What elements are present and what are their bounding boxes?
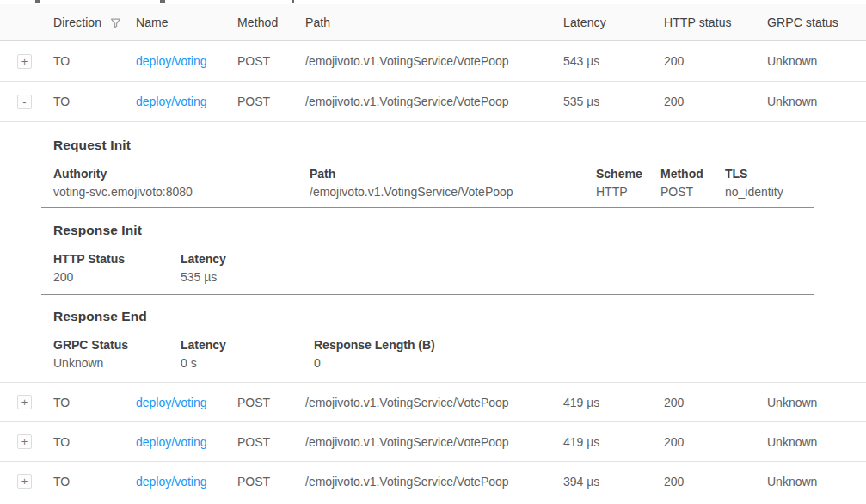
field-label: Response Length (B) <box>314 336 435 354</box>
path-cell: /emojivoto.v1.VotingService/VotePoop <box>305 95 563 108</box>
table-row: + TO deploy/voting POST /emojivoto.v1.Vo… <box>0 41 866 82</box>
detail-field-method: Method POST <box>660 165 725 201</box>
detail-field-latency: Latency 535 µs <box>181 250 314 286</box>
detail-field-grpc-status: GRPC Status Unknown <box>53 336 181 372</box>
latency-cell: 419 µs <box>563 435 664 449</box>
field-label: Latency <box>181 250 314 268</box>
http-status-cell: 200 <box>664 475 767 489</box>
resource-link[interactable]: deploy/voting <box>136 435 207 449</box>
table-row: + TO deploy/voting POST /emojivoto.v1.Vo… <box>0 462 866 501</box>
latency-cell: 543 µs <box>563 54 664 68</box>
method-cell: POST <box>237 95 305 108</box>
detail-field-response-length: Response Length (B) 0 <box>314 336 435 372</box>
field-label: Method <box>660 165 725 183</box>
latency-cell: 535 µs <box>563 95 664 108</box>
field-label: HTTP Status <box>53 250 181 268</box>
method-cell: POST <box>237 54 305 68</box>
detail-field-path: Path /emojivoto.v1.VotingService/VotePoo… <box>310 165 596 201</box>
detail-field-latency: Latency 0 s <box>181 336 314 372</box>
name-cell: deploy/voting <box>136 435 237 449</box>
expand-cell: + <box>0 434 53 449</box>
row-detail-panel: Request Init Authority voting-svc.emojiv… <box>0 122 866 383</box>
column-header-latency: Latency <box>563 15 664 29</box>
field-value: 0 s <box>181 354 314 372</box>
column-header-http-status: HTTP status <box>664 15 767 29</box>
field-value: HTTP <box>596 183 660 201</box>
collapse-row-button[interactable]: - <box>17 95 32 109</box>
expand-row-button[interactable]: + <box>17 474 32 489</box>
response-init-fields: HTTP Status 200 Latency 535 µs <box>41 250 814 286</box>
method-cell: POST <box>237 475 305 489</box>
clipped-text-artifact <box>35 0 40 3</box>
detail-divider <box>41 207 814 208</box>
http-status-cell: 200 <box>664 54 767 68</box>
resource-link[interactable]: deploy/voting <box>136 54 207 68</box>
http-status-cell: 200 <box>664 95 767 108</box>
field-label: TLS <box>725 165 783 183</box>
field-label: GRPC Status <box>53 336 181 354</box>
name-cell: deploy/voting <box>136 396 237 409</box>
direction-cell: TO <box>53 396 136 409</box>
field-label: Scheme <box>596 165 660 183</box>
column-header-direction: Direction <box>53 15 136 29</box>
latency-cell: 419 µs <box>563 396 664 409</box>
http-status-cell: 200 <box>664 396 767 409</box>
path-cell: /emojivoto.v1.VotingService/VotePoop <box>305 396 563 409</box>
grpc-status-cell: Unknown <box>767 95 866 108</box>
method-cell: POST <box>237 435 305 449</box>
column-header-name: Name <box>136 15 237 29</box>
expand-cell: + <box>0 474 53 489</box>
tap-table: Direction Name Method Path Latency HTTP … <box>0 4 866 501</box>
column-header-method: Method <box>237 15 305 29</box>
response-init-heading: Response Init <box>41 223 814 238</box>
name-cell: deploy/voting <box>136 95 237 108</box>
column-header-grpc-status: GRPC status <box>767 15 866 29</box>
field-value: 200 <box>53 268 181 286</box>
path-cell: /emojivoto.v1.VotingService/VotePoop <box>305 54 563 68</box>
path-cell: /emojivoto.v1.VotingService/VotePoop <box>305 435 563 449</box>
detail-divider <box>41 294 814 295</box>
request-init-heading: Request Init <box>41 138 814 153</box>
expand-row-button[interactable]: + <box>17 54 32 69</box>
request-init-fields: Authority voting-svc.emojivoto:8080 Path… <box>41 165 814 201</box>
response-end-fields: GRPC Status Unknown Latency 0 s Response… <box>41 336 814 372</box>
field-value: Unknown <box>53 354 181 372</box>
field-value: POST <box>660 183 725 201</box>
expand-row-button[interactable]: + <box>17 434 32 449</box>
table-row-expanded: - TO deploy/voting POST /emojivoto.v1.Vo… <box>0 82 866 122</box>
field-label: Latency <box>181 336 314 354</box>
response-end-heading: Response End <box>41 309 814 324</box>
table-header-row: Direction Name Method Path Latency HTTP … <box>0 4 866 41</box>
method-cell: POST <box>237 396 305 409</box>
field-value: voting-svc.emojivoto:8080 <box>53 183 310 201</box>
resource-link[interactable]: deploy/voting <box>136 475 207 489</box>
table-row: + TO deploy/voting POST /emojivoto.v1.Vo… <box>0 422 866 462</box>
resource-link[interactable]: deploy/voting <box>136 95 207 108</box>
clipped-text-artifact <box>292 0 294 3</box>
expand-cell: + <box>0 395 53 409</box>
clipped-text-artifact <box>160 0 165 3</box>
field-value: 0 <box>314 354 435 372</box>
expand-row-button[interactable]: + <box>17 395 32 409</box>
expand-cell: - <box>0 95 53 109</box>
grpc-status-cell: Unknown <box>767 435 866 449</box>
name-cell: deploy/voting <box>136 475 237 489</box>
grpc-status-cell: Unknown <box>767 54 866 68</box>
field-value: /emojivoto.v1.VotingService/VotePoop <box>310 183 596 201</box>
detail-field-tls: TLS no_identity <box>725 165 783 201</box>
direction-cell: TO <box>53 95 136 108</box>
direction-cell: TO <box>53 54 136 68</box>
resource-link[interactable]: deploy/voting <box>136 396 207 409</box>
filter-icon[interactable] <box>109 16 122 29</box>
detail-field-http-status: HTTP Status 200 <box>53 250 181 286</box>
name-cell: deploy/voting <box>136 54 237 68</box>
field-value: no_identity <box>725 183 783 201</box>
expand-cell: + <box>0 54 53 69</box>
direction-header-label: Direction <box>53 15 101 29</box>
detail-field-scheme: Scheme HTTP <box>596 165 660 201</box>
detail-field-authority: Authority voting-svc.emojivoto:8080 <box>53 165 310 201</box>
direction-cell: TO <box>53 435 136 449</box>
grpc-status-cell: Unknown <box>767 475 866 489</box>
field-label: Path <box>310 165 596 183</box>
path-cell: /emojivoto.v1.VotingService/VotePoop <box>305 475 563 489</box>
